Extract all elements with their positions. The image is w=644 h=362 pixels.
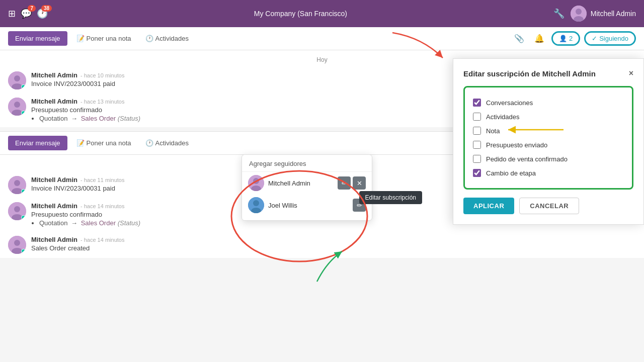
aplicar-btn[interactable]: APLICAR: [463, 198, 514, 214]
svg-point-1: [576, 9, 582, 15]
edit-panel-title: Editar suscripción de Mitchell Admin: [463, 69, 596, 78]
msg-body-5: Sales Order created: [31, 244, 636, 252]
user-menu[interactable]: Mitchell Admin: [571, 6, 636, 22]
attach-icon[interactable]: 📎: [511, 32, 527, 45]
remove-follower-btn[interactable]: ✕: [353, 176, 366, 190]
svg-point-22: [14, 240, 20, 246]
checkbox-pedido-input[interactable]: [473, 155, 481, 163]
msg-time-4: - hace 14 minutos: [80, 203, 124, 209]
send-message-btn-2[interactable]: Enviar mensaje: [8, 136, 67, 150]
chat-icon[interactable]: 💬 7: [21, 8, 32, 19]
clock-activities-icon: 🕐: [145, 35, 153, 42]
followers-popup: Agregar seguidores Mitchell Admin ✏ ✕ Ed…: [242, 154, 372, 221]
activities-btn-2[interactable]: 🕐 Actividades: [140, 136, 194, 150]
user-name: Mitchell Admin: [591, 10, 636, 18]
follower-avatar-mitchell: [248, 175, 264, 191]
company-name: My Company (San Francisco): [254, 10, 347, 18]
check-icon-top: ✓: [592, 35, 597, 42]
edit-panel-actions: APLICAR CANCELAR: [463, 198, 633, 214]
online-indicator: [21, 84, 26, 89]
svg-point-16: [14, 180, 20, 186]
edit-panel-close-btn[interactable]: ×: [629, 69, 633, 78]
sales-order-link-2[interactable]: Sales Order: [81, 219, 116, 227]
following-label-top: Siguiendo: [599, 35, 628, 42]
send-message-btn[interactable]: Enviar mensaje: [8, 31, 67, 46]
grid-icon[interactable]: ⊞: [8, 8, 16, 19]
checkbox-etapa-label: Cambio de etapa: [486, 169, 536, 177]
followers-btn-top[interactable]: 👤 2: [551, 31, 580, 46]
checkbox-actividades-label: Actividades: [486, 113, 519, 121]
edit-panel-options-box: Conversaciones Actividades Nota Presupue…: [463, 86, 633, 190]
navbar-icons: ⊞ 💬 7 🕐 38: [8, 8, 48, 19]
follower-row-joel: Joel Willis ✏: [242, 194, 372, 216]
checkbox-nota-input[interactable]: [473, 127, 481, 135]
cancelar-btn[interactable]: CANCELAR: [519, 198, 579, 214]
svg-point-10: [253, 178, 259, 184]
checkbox-nota: Nota: [473, 124, 624, 138]
msg-author-4: Mitchell Admin: [31, 202, 77, 210]
edit-subscription-btn[interactable]: ✏: [338, 176, 351, 190]
navbar: ⊞ 💬 7 🕐 38 My Company (San Francisco) 🔧 …: [0, 0, 644, 27]
activities-btn[interactable]: 🕐 Actividades: [140, 32, 194, 45]
avatar-3: [8, 176, 26, 194]
message-item-5: Mitchell Admin - hace 14 minutos Sales O…: [8, 232, 636, 258]
msg-author-5: Mitchell Admin: [31, 236, 77, 243]
followers-count-top: 2: [569, 35, 573, 42]
online-indicator: [21, 249, 26, 253]
clock-icon[interactable]: 🕐 38: [37, 8, 48, 19]
svg-point-19: [14, 206, 20, 212]
chat-badge: 7: [28, 5, 36, 12]
checkbox-actividades: Actividades: [473, 110, 624, 124]
follower-name-joel: Joel Willis: [268, 202, 349, 209]
bell-icon[interactable]: 🔔: [531, 32, 547, 45]
svg-point-7: [14, 102, 20, 108]
clock-icon-2: 🕐: [145, 139, 153, 147]
svg-point-13: [253, 200, 259, 206]
sales-order-link[interactable]: Sales Order: [81, 115, 116, 122]
msg-time: - hace 13 minutos: [80, 99, 124, 105]
checkbox-conversaciones-input[interactable]: [473, 99, 481, 107]
checkbox-nota-label: Nota: [486, 127, 500, 135]
msg-author: Mitchell Admin: [31, 71, 77, 79]
online-indicator: [21, 215, 26, 220]
follower-actions: ✏ ✕: [338, 176, 366, 190]
note-icon-2: 📝: [76, 139, 85, 147]
msg-author-3: Mitchell Admin: [31, 176, 77, 184]
checkbox-conversaciones: Conversaciones: [473, 96, 624, 110]
followers-icon: 👤: [559, 35, 567, 42]
avatar-1: [8, 71, 26, 89]
follower-row-mitchell: Mitchell Admin ✏ ✕ Editar subscripción: [242, 172, 372, 194]
add-note-btn[interactable]: 📝 Poner una nota: [71, 32, 136, 45]
checkbox-pedido-label: Pedido de venta confirmado: [486, 155, 568, 163]
follower-name-mitchell: Mitchell Admin: [268, 179, 334, 187]
clock-badge: 38: [41, 5, 52, 12]
edit-tooltip: Editar subscripción: [359, 191, 422, 204]
msg-author: Mitchell Admin: [31, 98, 77, 105]
checkbox-etapa-input[interactable]: [473, 169, 481, 177]
following-btn-top[interactable]: ✓ Siguiendo: [584, 31, 636, 46]
tools-icon[interactable]: 🔧: [553, 8, 565, 19]
online-indicator: [21, 111, 26, 115]
edit-panel-header: Editar suscripción de Mitchell Admin ×: [463, 69, 633, 78]
message-content-5: Mitchell Admin - hace 14 minutos Sales O…: [31, 236, 636, 254]
msg-time: - hace 10 minutos: [80, 72, 124, 78]
yellow-arrow-svg: [503, 125, 569, 135]
svg-point-4: [14, 75, 20, 81]
checkbox-pedido: Pedido de venta confirmado: [473, 152, 624, 166]
top-toolbar: Enviar mensaje 📝 Poner una nota 🕐 Activi…: [0, 27, 644, 50]
checkbox-presupuesto-input[interactable]: [473, 141, 481, 149]
add-note-btn-2[interactable]: 📝 Poner una nota: [71, 136, 136, 150]
edit-subscription-panel: Editar suscripción de Mitchell Admin × C…: [453, 58, 644, 225]
msg-time-5: - hace 14 minutos: [80, 237, 124, 243]
checkbox-presupuesto-label: Presupuesto enviado: [486, 141, 547, 149]
followers-popup-header: Agregar seguidores: [242, 155, 372, 172]
avatar-4: [8, 202, 26, 220]
note-icon: 📝: [76, 35, 85, 42]
follower-avatar-joel: [248, 197, 264, 213]
online-indicator: [21, 189, 26, 194]
msg-time-3: - hace 11 minutos: [80, 177, 124, 183]
checkbox-actividades-input[interactable]: [473, 113, 481, 121]
avatar-5: [8, 236, 26, 254]
checkbox-presupuesto: Presupuesto enviado: [473, 138, 624, 152]
checkbox-etapa: Cambio de etapa: [473, 166, 624, 180]
